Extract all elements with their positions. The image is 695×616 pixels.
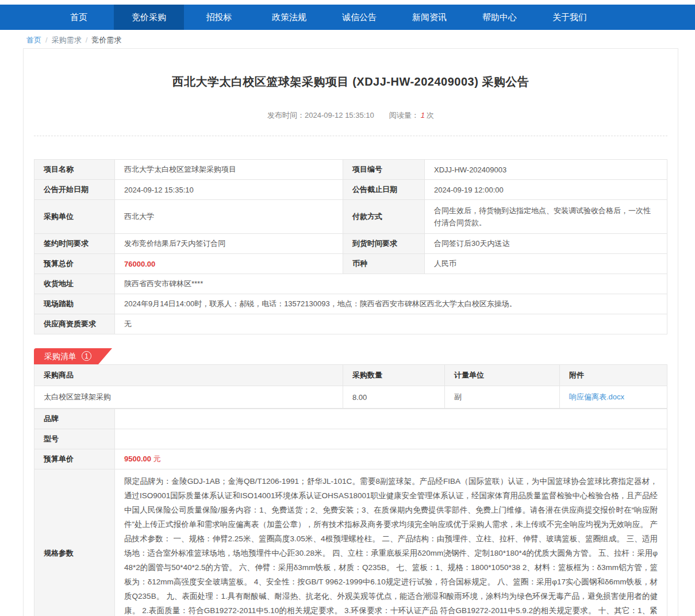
nav-item-about-us[interactable]: 关于我们 bbox=[535, 5, 605, 30]
table-row: 太白校区篮球架采购 8.00 副 响应偏离表.docx bbox=[34, 386, 667, 409]
total-budget-value: 76000.00 bbox=[115, 254, 343, 274]
purchaser-value: 西北大学 bbox=[115, 200, 343, 234]
page-title: 西北大学太白校区篮球架采购项目 (XDJJ-HW-202409003) 采购公告 bbox=[34, 49, 667, 90]
table-row: 预算总价 76000.00 币种 人民币 bbox=[34, 254, 667, 274]
nav-item-news[interactable]: 新闻资讯 bbox=[394, 5, 464, 30]
publish-time-label: 发布时间： bbox=[267, 111, 305, 120]
read-count-label: 阅读量： bbox=[389, 111, 419, 120]
col-header-attachment: 附件 bbox=[560, 365, 667, 386]
signing-time-label: 签约时间要求 bbox=[34, 234, 115, 254]
unit-price-value: 9500.00 bbox=[124, 455, 151, 463]
breadcrumb-separator: / bbox=[45, 36, 48, 44]
publish-time-value: 2024-09-12 15:35:10 bbox=[305, 111, 374, 120]
table-row: 收货地址 陕西省西安市碑林区**** bbox=[34, 274, 667, 294]
announcement-card: 西北大学太白校区篮球架采购项目 (XDJJ-HW-202409003) 采购公告… bbox=[23, 48, 678, 616]
item-quantity-value: 8.00 bbox=[343, 386, 445, 409]
delivery-time-value: 合同签订后30天内送达 bbox=[425, 234, 667, 254]
table-row: 公告开始日期 2024-09-12 15:35:10 公告截止日期 2024-0… bbox=[34, 180, 667, 200]
spec-params-value: 限定品牌为：金陵GDJ-1AB；金海QB/T1206-1991；舒华JL-101… bbox=[115, 469, 667, 616]
table-row: 规格参数 限定品牌为：金陵GDJ-1AB；金海QB/T1206-1991；舒华J… bbox=[34, 469, 667, 616]
attachment-link[interactable]: 响应偏离表.docx bbox=[569, 392, 624, 401]
table-row: 签约时间要求 发布竞价结果后7天内签订合同 到货时间要求 合同签订后30天内送达 bbox=[34, 234, 667, 254]
table-row: 型号 bbox=[34, 429, 667, 449]
announce-start-value: 2024-09-12 15:35:10 bbox=[115, 180, 343, 200]
signing-time-value: 发布竞价结果后7天内签订合同 bbox=[115, 234, 343, 254]
unit-price-unit: 元 bbox=[153, 455, 161, 463]
site-survey-value: 2024年9月14日14:00时，联系人：郝锐，电话：13572130093，地… bbox=[115, 294, 667, 314]
purchase-list-count-badge: 1 bbox=[82, 351, 91, 361]
col-header-quantity: 采购数量 bbox=[343, 365, 445, 386]
unit-price-label: 预算单价 bbox=[34, 449, 115, 469]
main-nav: 首页 竞价采购 招投标 政策法规 诚信公告 新闻资讯 帮助中心 关于我们 bbox=[0, 5, 695, 30]
read-count-unit: 次 bbox=[427, 111, 434, 120]
unit-price-cell: 9500.00 元 bbox=[115, 449, 667, 469]
model-value bbox=[115, 429, 667, 449]
brand-value bbox=[115, 409, 667, 429]
table-row: 品牌 bbox=[34, 409, 667, 429]
nav-item-integrity-notices[interactable]: 诚信公告 bbox=[324, 5, 394, 30]
spec-params-label: 规格参数 bbox=[34, 469, 115, 616]
purchaser-label: 采购单位 bbox=[34, 200, 115, 234]
announce-end-label: 公告截止日期 bbox=[343, 180, 425, 200]
project-number-label: 项目编号 bbox=[343, 160, 425, 180]
project-name-value: 西北大学太白校区篮球架采购项目 bbox=[115, 160, 343, 180]
item-unit-value: 副 bbox=[445, 386, 560, 409]
col-header-product: 采购商品 bbox=[34, 365, 343, 386]
announce-end-value: 2024-09-19 12:00:00 bbox=[425, 180, 667, 200]
page-top-gap bbox=[0, 0, 695, 5]
delivery-address-label: 收货地址 bbox=[34, 274, 115, 294]
col-header-unit: 计量单位 bbox=[445, 365, 560, 386]
nav-item-tendering[interactable]: 招投标 bbox=[184, 5, 254, 30]
nav-item-policies[interactable]: 政策法规 bbox=[254, 5, 324, 30]
supplier-qualification-label: 供应商资质要求 bbox=[34, 314, 115, 334]
project-info-table: 项目名称 西北大学太白校区篮球架采购项目 项目编号 XDJJ-HW-202409… bbox=[34, 159, 667, 334]
table-row: 供应商资质要求 无 bbox=[34, 314, 667, 334]
purchase-list-badge: 采购清单1 bbox=[34, 348, 112, 364]
site-survey-label: 现场踏勘 bbox=[34, 294, 115, 314]
supplier-qualification-value: 无 bbox=[115, 314, 667, 334]
table-header-row: 采购商品 采购数量 计量单位 附件 bbox=[34, 365, 667, 386]
breadcrumb-separator: / bbox=[86, 36, 88, 44]
total-budget-label: 预算总价 bbox=[34, 254, 115, 274]
announcement-meta: 发布时间：2024-09-12 15:35:10阅读量：1次 bbox=[34, 110, 667, 136]
project-name-label: 项目名称 bbox=[34, 160, 115, 180]
breadcrumb-home-link[interactable]: 首页 bbox=[26, 36, 41, 44]
model-label: 型号 bbox=[34, 429, 115, 449]
read-count-value: 1 bbox=[419, 111, 427, 120]
delivery-address-value: 陕西省西安市碑林区**** bbox=[115, 274, 667, 294]
purchase-list-section-header: 采购清单1 bbox=[34, 348, 667, 364]
table-row: 现场踏勘 2024年9月14日14:00时，联系人：郝锐，电话：13572130… bbox=[34, 294, 667, 314]
nav-item-home[interactable]: 首页 bbox=[44, 5, 114, 30]
nav-item-help-center[interactable]: 帮助中心 bbox=[464, 5, 535, 30]
project-number-value: XDJJ-HW-202409003 bbox=[425, 160, 667, 180]
brand-label: 品牌 bbox=[34, 409, 115, 429]
currency-value: 人民币 bbox=[425, 254, 667, 274]
item-product-value: 太白校区篮球架采购 bbox=[34, 386, 343, 409]
delivery-time-label: 到货时间要求 bbox=[343, 234, 425, 254]
payment-method-value: 合同生效后，待货物到达指定地点、安装调试验收合格后，一次性付清合同货款。 bbox=[425, 200, 667, 234]
breadcrumb: 首页/采购需求/竞价需求 bbox=[0, 30, 695, 48]
breadcrumb-current: 竞价需求 bbox=[91, 36, 121, 44]
purchase-list-badge-label: 采购清单 bbox=[44, 352, 76, 361]
currency-label: 币种 bbox=[343, 254, 425, 274]
nav-item-bidding-purchase[interactable]: 竞价采购 bbox=[114, 5, 184, 30]
purchase-items-table: 采购商品 采购数量 计量单位 附件 太白校区篮球架采购 8.00 副 响应偏离表… bbox=[34, 364, 667, 409]
item-attachment-cell: 响应偏离表.docx bbox=[560, 386, 667, 409]
item-detail-table: 品牌 型号 预算单价 9500.00 元 规格参数 限定品牌为：金陵GDJ-1A… bbox=[34, 409, 667, 616]
payment-method-label: 付款方式 bbox=[343, 200, 425, 234]
table-row: 项目名称 西北大学太白校区篮球架采购项目 项目编号 XDJJ-HW-202409… bbox=[34, 160, 667, 180]
table-row: 预算单价 9500.00 元 bbox=[34, 449, 667, 469]
table-row: 采购单位 西北大学 付款方式 合同生效后，待货物到达指定地点、安装调试验收合格后… bbox=[34, 200, 667, 234]
announce-start-label: 公告开始日期 bbox=[34, 180, 115, 200]
breadcrumb-purchase-demand-link[interactable]: 采购需求 bbox=[52, 36, 82, 44]
